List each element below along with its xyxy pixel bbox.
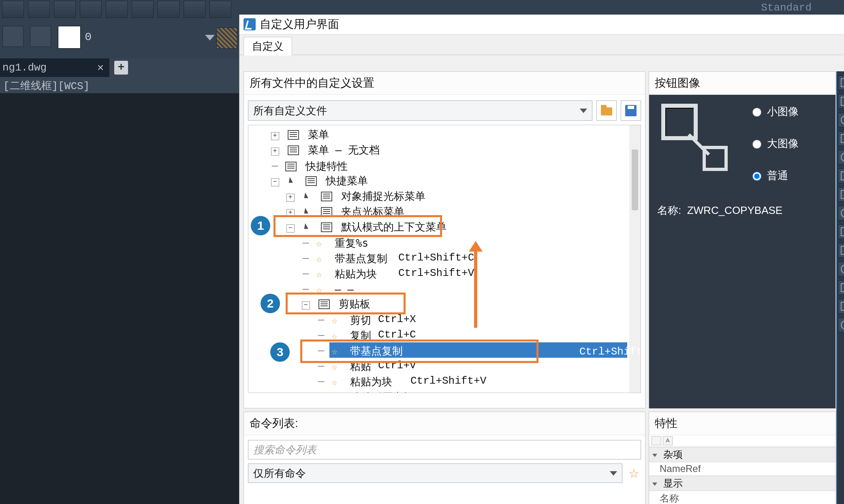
radio-small-image[interactable]: 小图像 <box>750 105 799 119</box>
drawing-area[interactable] <box>0 93 239 504</box>
propgrid-category-display[interactable]: 显示 <box>649 476 835 491</box>
save-file-button[interactable] <box>621 100 641 121</box>
tab-customize[interactable]: 自定义 <box>244 37 292 56</box>
menu-icon <box>288 145 299 155</box>
tree-label: 粘贴 <box>350 360 371 372</box>
document-tab[interactable]: ng1.dwg × <box>0 58 109 77</box>
toolbar-button[interactable] <box>2 1 24 18</box>
propgrid-row-nameref[interactable]: NameRef <box>649 462 835 476</box>
new-tab-button[interactable]: + <box>114 61 128 75</box>
scrollbar-thumb[interactable] <box>632 149 638 210</box>
tree-node-quickprops[interactable]: — 快捷特性 <box>248 158 641 173</box>
radio-input[interactable] <box>752 140 761 149</box>
radio-label: 小图像 <box>767 105 799 119</box>
layer-hatch-icon[interactable] <box>216 28 237 49</box>
palette-button[interactable] <box>838 150 844 164</box>
palette-button[interactable] <box>838 206 844 220</box>
cursor-menu-icon <box>303 222 314 232</box>
tree-node-osnap-menu[interactable]: + 对象捕捉光标菜单 <box>248 188 641 204</box>
toolbar-button[interactable] <box>80 1 102 18</box>
tree-shortcut: Ctrl+X <box>378 312 416 327</box>
document-tab-label: ng1.dwg <box>2 62 97 74</box>
toolbar-button[interactable] <box>28 1 50 18</box>
tree-node-default-context-menu[interactable]: − 默认模式的上下文菜单 <box>248 219 641 235</box>
tree-label: 菜单 – 无文档 <box>308 144 380 156</box>
palette-button[interactable] <box>838 318 844 332</box>
close-icon[interactable]: × <box>97 61 104 74</box>
propgrid-row-name[interactable]: 名称 <box>649 491 835 504</box>
tree-node-repeat[interactable]: — ☆ 重复%s <box>248 235 641 250</box>
tree-node-menus[interactable]: + 菜单 <box>248 127 641 142</box>
tree-node-menus-nodoc[interactable]: + 菜单 – 无文档 <box>248 142 641 158</box>
tree-label: 粘贴为块 <box>350 376 392 388</box>
palette-button[interactable] <box>838 243 844 258</box>
layer-dropdown-arrow-icon[interactable] <box>205 35 215 41</box>
tree-node-copy[interactable]: — ☆ 复制 Ctrl+C <box>248 327 641 342</box>
toolbar-button[interactable] <box>54 1 76 18</box>
palette-button[interactable] <box>838 131 844 146</box>
collapse-icon <box>652 483 657 486</box>
tree-node-context-menus[interactable]: − 快捷菜单 <box>248 173 641 188</box>
palette-button[interactable] <box>838 75 844 90</box>
menu-icon <box>321 192 332 201</box>
collapse-icon[interactable]: − <box>302 301 310 310</box>
props-icon <box>285 162 297 171</box>
cui-tree[interactable]: + 菜单 + 菜单 – 无文档 — 快捷特性 <box>248 125 641 393</box>
tree-node-copybase-selected[interactable]: — ☆ 带基点复制 Ctrl+Shift+C <box>248 342 641 358</box>
propgrid-alphabetical-button[interactable]: A <box>663 436 673 445</box>
star-icon: ☆ <box>331 359 342 374</box>
tree-shortcut: Ctrl+V <box>378 358 416 373</box>
radio-large-image[interactable]: 大图像 <box>750 137 799 151</box>
expand-icon[interactable]: + <box>271 147 279 156</box>
tree-node-separator[interactable]: — ☆ – – <box>248 281 641 296</box>
tree-node-cut[interactable]: — ☆ 剪切 Ctrl+X <box>248 312 641 327</box>
propgrid-categorized-button[interactable] <box>652 436 661 445</box>
expand-icon[interactable]: + <box>286 194 295 202</box>
palette-button[interactable] <box>838 94 844 109</box>
expand-icon[interactable]: + <box>286 209 295 217</box>
radio-input[interactable] <box>752 172 761 181</box>
layer-lock-icon[interactable] <box>30 26 51 47</box>
command-filter-combo[interactable]: 仅所有命令 <box>248 463 622 483</box>
favorites-toggle[interactable]: ☆ <box>626 466 641 481</box>
style-combo-label[interactable]: Standard <box>761 2 812 14</box>
radio-normal-image[interactable]: 普通 <box>750 169 799 183</box>
dialog-titlebar[interactable]: 自定义用户界面 <box>239 15 844 34</box>
tree-label: 快捷特性 <box>306 160 348 172</box>
tree-node-pasteblock-upper[interactable]: — ☆ 粘贴为块 Ctrl+Shift+V <box>248 265 641 281</box>
palette-button[interactable] <box>838 187 844 202</box>
tree-label: 默认模式的上下文菜单 <box>341 221 447 233</box>
tree-node-pasteblock-lower[interactable]: — ☆ 粘贴为块 Ctrl+Shift+V <box>248 373 641 389</box>
collapse-icon[interactable]: − <box>286 224 295 233</box>
toolbar-button[interactable] <box>132 1 154 18</box>
tree-node-clipboard[interactable]: − 剪贴板 <box>248 296 641 312</box>
expand-icon[interactable]: + <box>271 132 279 140</box>
toolbar-button[interactable] <box>106 1 128 18</box>
tree-node-copybase-upper[interactable]: — ☆ 带基点复制 Ctrl+Shift+C <box>248 250 641 265</box>
property-grid[interactable]: A 杂项 NameRef 显示 名称 <box>649 435 835 504</box>
tree-node-pasteorig[interactable]: — ☆ 粘贴到原坐标 <box>248 389 641 393</box>
palette-button[interactable] <box>838 280 844 295</box>
palette-button[interactable] <box>838 262 844 276</box>
command-search-input[interactable]: 搜索命令列表 <box>248 440 641 459</box>
toolbar-button[interactable] <box>158 1 179 18</box>
palette-button[interactable] <box>838 299 844 314</box>
layer-new-icon[interactable] <box>2 26 24 47</box>
collapse-icon[interactable]: − <box>271 178 279 186</box>
customizations-panel-header: 所有文件中的自定义设置 <box>244 72 645 95</box>
cui-file-combo[interactable]: 所有自定义文件 <box>248 100 592 121</box>
toolbar-button[interactable] <box>209 1 231 18</box>
radio-input[interactable] <box>752 108 761 117</box>
tree-label: 复制 <box>350 329 371 342</box>
toolbar-button[interactable] <box>184 1 205 18</box>
palette-button[interactable] <box>838 224 844 239</box>
propgrid-category-misc[interactable]: 杂项 <box>649 447 835 462</box>
command-list-panel: 命令列表: 搜索命令列表 仅所有命令 ☆ <box>244 412 645 504</box>
submenu-icon <box>318 299 330 309</box>
palette-button[interactable] <box>838 169 844 183</box>
layer-color-swatch[interactable] <box>58 26 81 49</box>
palette-button[interactable] <box>838 113 844 127</box>
tree-node-paste[interactable]: — ☆ 粘贴 Ctrl+V <box>248 358 641 373</box>
open-file-button[interactable] <box>596 100 617 121</box>
tree-node-grip-menu[interactable]: + 夹点光标菜单 <box>248 204 641 219</box>
